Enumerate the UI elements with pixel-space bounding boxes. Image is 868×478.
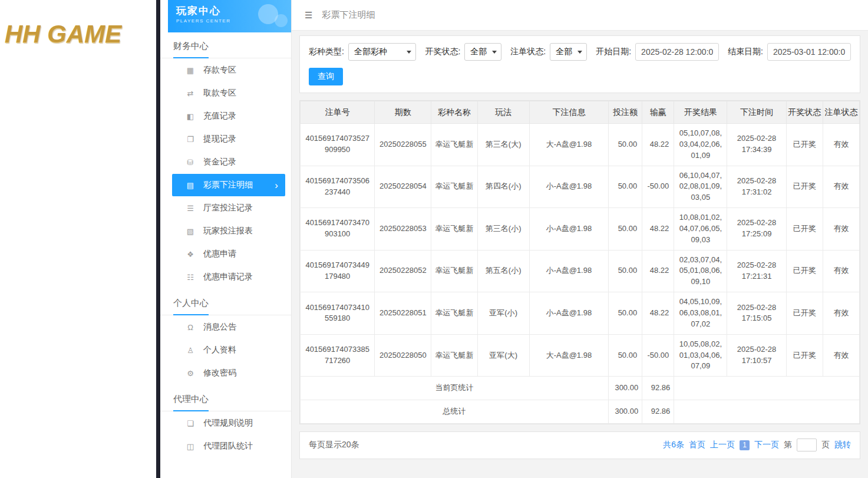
cell-period: 20250228050 bbox=[375, 334, 431, 377]
lottery-type-value: 全部彩种 bbox=[354, 47, 387, 57]
cell-lottery-name: 幸运飞艇新 bbox=[431, 166, 477, 208]
end-date-input[interactable] bbox=[767, 43, 851, 61]
table-body: 40156917407352790995020250228055幸运飞艇新第三名… bbox=[301, 124, 860, 424]
section-title-personal-center: 个人中心 bbox=[160, 289, 291, 315]
first-page-link[interactable]: 首页 bbox=[689, 440, 705, 450]
sidebar-item-change-password[interactable]: ⚙修改密码 bbox=[172, 362, 285, 384]
summary-win-total: 92.86 bbox=[642, 400, 674, 424]
topbar: ☰ 彩票下注明细 bbox=[292, 0, 868, 31]
hamburger-icon[interactable]: ☰ bbox=[305, 10, 312, 21]
user-icon: ♙ bbox=[186, 346, 195, 355]
table-row: 40156917407347090310020250228053幸运飞艇新第三名… bbox=[301, 208, 860, 250]
cell-bet-amount: 50.00 bbox=[609, 250, 642, 292]
cell-bet-amount: 50.00 bbox=[609, 124, 642, 166]
cell-bet-info: 小-A盘@1.98 bbox=[529, 292, 608, 335]
sidebar-item-withdraw-zone[interactable]: ⇄取款专区 bbox=[172, 82, 285, 104]
chart-icon: ◫ bbox=[186, 442, 195, 451]
sidebar-item-player-bet-report[interactable]: ▧玩家投注报表 bbox=[172, 220, 285, 242]
summary-empty-cell bbox=[674, 377, 860, 400]
col-header-draw-result: 开奖结果 bbox=[674, 101, 727, 124]
cell-order-no: 401569174073449179480 bbox=[301, 250, 375, 292]
withdraw-icon: ⇄ bbox=[186, 89, 195, 98]
caret-down-icon bbox=[577, 51, 582, 54]
caret-down-icon bbox=[492, 51, 497, 54]
sidebar-item-withdrawal-records[interactable]: ❐提现记录 bbox=[172, 128, 285, 150]
cell-draw-result: 04,05,10,09,06,03,08,01,07,02 bbox=[674, 292, 727, 335]
cell-play-type: 第三名(大) bbox=[477, 124, 529, 166]
cell-draw-result: 05,10,07,08,03,04,02,06,01,09 bbox=[674, 124, 727, 166]
sidebar-item-deposit-zone[interactable]: ▦存款专区 bbox=[172, 59, 285, 81]
lottery-type-select[interactable]: 全部彩种 bbox=[348, 43, 417, 61]
gamepad-decoration bbox=[250, 1, 288, 32]
cell-lottery-name: 幸运飞艇新 bbox=[431, 334, 477, 377]
total-count-text: 共6条 bbox=[663, 440, 684, 450]
prev-page-link[interactable]: 上一页 bbox=[710, 440, 735, 450]
sidebar-item-announcements[interactable]: Ω消息公告 bbox=[172, 316, 285, 338]
filter-panel: 彩种类型: 全部彩种 开奖状态: 全部 注单状态: 全部 开始日期: 结束日期: bbox=[299, 35, 860, 93]
sidebar: 玩家中心 PLAYERS CENTER 财务中心▦存款专区⇄取款专区◧充值记录❐… bbox=[160, 0, 292, 478]
bet-table: 注单号期数彩种名称玩法下注信息投注额输赢开奖结果下注时间开奖状态注单状态 401… bbox=[300, 101, 860, 424]
cell-bet-amount: 50.00 bbox=[609, 166, 642, 208]
cell-bet-time: 2025-02-28 17:25:09 bbox=[727, 208, 786, 250]
deposit-icon: ▦ bbox=[186, 66, 195, 75]
cell-period: 20250228052 bbox=[375, 250, 431, 292]
cell-order-status: 有效 bbox=[823, 208, 859, 250]
search-button[interactable]: 查询 bbox=[309, 68, 343, 85]
table-row: 40156917407341055918020250228051幸运飞艇新亚军(… bbox=[301, 292, 860, 335]
cell-play-type: 亚军(大) bbox=[477, 334, 529, 377]
bell-icon: Ω bbox=[186, 323, 195, 332]
current-page-badge[interactable]: 1 bbox=[740, 440, 750, 450]
col-header-lottery-name: 彩种名称 bbox=[431, 101, 477, 124]
sidebar-item-lottery-bet-details[interactable]: ▤彩票下注明细› bbox=[172, 174, 285, 196]
draw-status-label: 开奖状态: bbox=[425, 47, 460, 57]
sidebar-item-agent-team-stats[interactable]: ◫代理团队统计 bbox=[172, 435, 285, 457]
cell-order-status: 有效 bbox=[823, 166, 859, 208]
cell-draw-result: 10,05,08,02,01,03,04,06,07,09 bbox=[674, 334, 727, 377]
order-status-select[interactable]: 全部 bbox=[550, 43, 587, 61]
next-page-link[interactable]: 下一页 bbox=[754, 440, 779, 450]
cell-win-loss: 48.22 bbox=[642, 208, 674, 250]
cell-order-no: 401569174073385717260 bbox=[301, 334, 375, 377]
sidebar-item-promo-application[interactable]: ❖优惠申请 bbox=[172, 243, 285, 265]
sidebar-item-agent-rules[interactable]: ❏代理规则说明 bbox=[172, 412, 285, 434]
cell-lottery-name: 幸运飞艇新 bbox=[431, 250, 477, 292]
recharge-icon: ◧ bbox=[186, 112, 195, 121]
cell-order-status: 有效 bbox=[823, 292, 859, 335]
cell-play-type: 第五名(小) bbox=[477, 250, 529, 292]
cell-order-no: 401569174073527909950 bbox=[301, 124, 375, 166]
summary-row: 当前页统计300.0092.86 bbox=[301, 377, 860, 400]
cell-win-loss: -50.00 bbox=[642, 166, 674, 208]
cell-draw-status: 已开奖 bbox=[786, 334, 823, 377]
cell-bet-amount: 50.00 bbox=[609, 334, 642, 377]
sidebar-dark-strip bbox=[156, 0, 160, 478]
draw-status-select[interactable]: 全部 bbox=[464, 43, 501, 61]
cell-lottery-name: 幸运飞艇新 bbox=[431, 124, 477, 166]
cell-draw-result: 06,10,04,07,02,08,01,09,03,05 bbox=[674, 166, 727, 208]
start-date-input[interactable] bbox=[635, 43, 719, 61]
document-icon: ❏ bbox=[186, 419, 195, 428]
table-row: 40156917407344917948020250228052幸运飞艇新第五名… bbox=[301, 250, 860, 292]
page-goto-input[interactable] bbox=[797, 439, 817, 451]
goto-button[interactable]: 跳转 bbox=[834, 440, 851, 450]
cell-order-status: 有效 bbox=[823, 334, 859, 377]
col-header-period: 期数 bbox=[375, 101, 431, 124]
bet-detail-icon: ▤ bbox=[186, 181, 195, 190]
sidebar-item-profile[interactable]: ♙个人资料 bbox=[172, 339, 285, 361]
cell-order-status: 有效 bbox=[823, 124, 859, 166]
cell-bet-amount: 50.00 bbox=[609, 292, 642, 335]
hall-record-icon: ☰ bbox=[186, 204, 195, 213]
sidebar-item-funds-records[interactable]: ⛁资金记录 bbox=[172, 151, 285, 173]
order-status-label: 注单状态: bbox=[510, 47, 546, 57]
report-icon: ▧ bbox=[186, 227, 195, 236]
sidebar-item-promo-application-records[interactable]: ☷优惠申请记录 bbox=[172, 266, 285, 288]
cell-order-no: 401569174073506237440 bbox=[301, 166, 375, 208]
pagination-bar: 每页显示20条 共6条 首页 上一页 1 下一页 第 页 跳转 bbox=[299, 431, 860, 459]
gear-icon: ⚙ bbox=[186, 369, 195, 378]
cell-draw-result: 10,08,01,02,04,07,06,05,09,03 bbox=[674, 208, 727, 250]
cell-order-no: 401569174073470903100 bbox=[301, 208, 375, 250]
chevron-right-icon: › bbox=[275, 180, 278, 190]
sidebar-item-recharge-records[interactable]: ◧充值记录 bbox=[172, 105, 285, 127]
cell-period: 20250228053 bbox=[375, 208, 431, 250]
sidebar-item-hall-bet-records[interactable]: ☰厅室投注记录 bbox=[172, 197, 285, 219]
cell-bet-time: 2025-02-28 17:21:31 bbox=[727, 250, 786, 292]
